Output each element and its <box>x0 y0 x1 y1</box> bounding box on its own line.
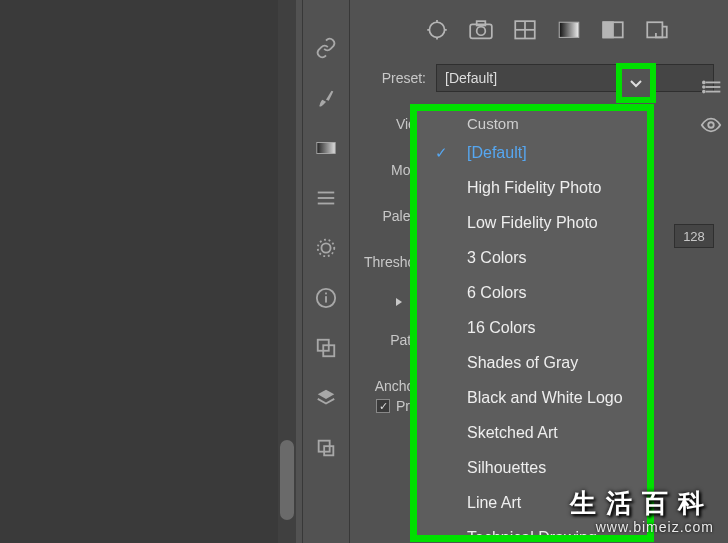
canvas-area <box>0 0 278 543</box>
svg-rect-20 <box>559 22 578 37</box>
scrollbar-track[interactable] <box>278 0 296 543</box>
gradient-icon[interactable] <box>314 136 338 160</box>
trace-preset-thumbnails <box>424 20 714 40</box>
preset-menu-item[interactable]: Technical Drawing <box>417 520 647 535</box>
camera-icon[interactable] <box>468 20 494 40</box>
svg-rect-0 <box>317 143 335 154</box>
info-icon[interactable] <box>314 286 338 310</box>
preset-menu-item[interactable]: 3 Colors <box>417 240 647 275</box>
triangle-right-icon <box>394 297 404 307</box>
brushes-icon[interactable] <box>314 86 338 110</box>
svg-point-13 <box>429 22 444 37</box>
preset-menu-item[interactable]: High Fidelity Photo <box>417 170 647 205</box>
preset-label: Preset: <box>364 70 436 86</box>
preset-options-menu-icon[interactable] <box>702 76 724 98</box>
svg-rect-22 <box>603 22 613 37</box>
preview-checkbox[interactable]: ✓ <box>376 399 390 413</box>
svg-rect-16 <box>477 21 486 25</box>
preset-menu-item[interactable]: Sketched Art <box>417 415 647 450</box>
svg-point-28 <box>703 86 705 88</box>
preset-menu-item[interactable]: Silhouettes <box>417 450 647 485</box>
preset-dropdown-chevron[interactable] <box>622 69 650 97</box>
svg-rect-7 <box>325 296 327 302</box>
svg-point-15 <box>477 27 486 36</box>
preset-row: Preset: [Default] <box>364 64 714 92</box>
highlight-dropdown-menu: Custom [Default]High Fidelity PhotoLow F… <box>410 104 654 542</box>
gradient-swatch-icon[interactable] <box>556 20 582 40</box>
svg-point-30 <box>708 122 714 128</box>
svg-point-27 <box>703 82 705 84</box>
halftone-icon[interactable] <box>600 20 626 40</box>
outline-icon[interactable] <box>644 20 670 40</box>
svg-point-4 <box>321 243 330 252</box>
preset-dropdown[interactable]: [Default] <box>436 64 714 92</box>
scrollbar-thumb[interactable] <box>280 440 294 520</box>
preset-value: [Default] <box>445 70 497 86</box>
highlight-dropdown-chevron <box>616 63 656 103</box>
threshold-value-input[interactable]: 128 <box>674 224 714 248</box>
preset-menu-item[interactable]: 6 Colors <box>417 275 647 310</box>
auto-color-icon[interactable] <box>424 20 450 40</box>
preset-menu-item[interactable]: [Default] <box>417 135 647 170</box>
panel-tab-column <box>302 0 350 543</box>
visibility-eye-icon[interactable] <box>700 114 722 136</box>
svg-rect-23 <box>647 22 662 37</box>
preset-menu-item[interactable]: Shades of Gray <box>417 345 647 380</box>
preset-menu-item[interactable]: Line Art <box>417 485 647 520</box>
menu-item-fragment: Custom <box>417 119 647 135</box>
grid-icon[interactable] <box>512 20 538 40</box>
trace-icon[interactable] <box>314 336 338 360</box>
preset-menu-item[interactable]: 16 Colors <box>417 310 647 345</box>
chevron-down-icon <box>628 75 644 91</box>
svg-rect-8 <box>325 293 327 295</box>
preset-dropdown-menu: Custom [Default]High Fidelity PhotoLow F… <box>417 111 647 535</box>
svg-point-5 <box>318 240 335 257</box>
artboards-icon[interactable] <box>314 436 338 460</box>
layers-icon[interactable] <box>314 386 338 410</box>
preset-menu-item[interactable]: Low Fidelity Photo <box>417 205 647 240</box>
lines-icon[interactable] <box>314 186 338 210</box>
preset-menu-item[interactable]: Black and White Logo <box>417 380 647 415</box>
appearance-icon[interactable] <box>314 236 338 260</box>
link-icon[interactable] <box>314 36 338 60</box>
svg-point-29 <box>703 91 705 93</box>
